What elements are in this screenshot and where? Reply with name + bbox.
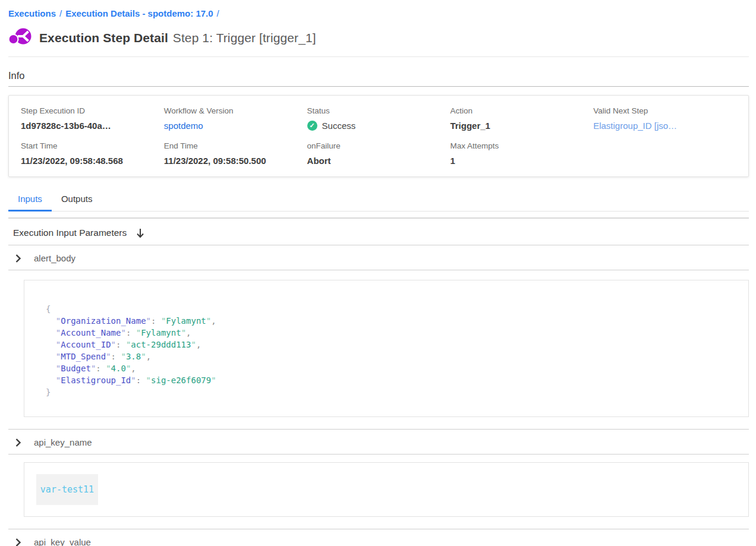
json-token-key: Account_Name [61, 328, 121, 337]
json-token-key: MTD_Spend [61, 352, 106, 361]
chevron-right-icon[interactable] [15, 538, 21, 546]
field-value: Trigger_1 [450, 121, 593, 131]
info-divider [8, 86, 749, 87]
json-token-vq: " [146, 375, 151, 385]
json-token-vq: " [136, 328, 141, 337]
tab-outputs[interactable]: Outputs [52, 189, 102, 211]
json-token-key: Elastigroup_Id [61, 375, 131, 385]
json-token-brace: { [46, 304, 51, 314]
json-token-key: Budget [61, 364, 91, 373]
breadcrumb-separator: / [59, 8, 62, 18]
json-token-key: Organization_Name [61, 316, 146, 326]
section-api-key-name[interactable]: api_key_name [8, 429, 749, 455]
json-code-line: "Organization_Name": "Fylamynt", [46, 315, 736, 327]
field-value: 11/23/2022, 09:58:48.568 [21, 156, 164, 166]
json-token-key: Account_ID [61, 340, 111, 349]
json-token-punct: , [146, 352, 151, 361]
json-token-kq: " [146, 316, 151, 326]
breadcrumb-execution-details-link[interactable]: Execution Details - spotdemo: 17.0 [65, 8, 213, 18]
api-key-name-value: var-test11 [36, 474, 98, 505]
breadcrumb: Executions/Execution Details - spotdemo:… [8, 0, 749, 18]
json-token-punct: , [211, 316, 216, 326]
json-token-punct: : [116, 340, 126, 349]
field-label: Valid Next Step [593, 106, 736, 115]
json-token-punct: : [136, 375, 146, 385]
json-token-brace: } [46, 387, 51, 397]
page-title: Execution Step DetailStep 1: Trigger [tr… [39, 31, 316, 45]
fylamynt-logo-icon [8, 27, 32, 49]
next-step-link[interactable]: Elastigroup_ID [jso… [593, 121, 736, 131]
json-code-line: } [46, 386, 736, 398]
json-token-val: act-29ddd113 [131, 340, 191, 349]
json-code-line: "Account_Name": "Fylamynt", [46, 327, 736, 339]
json-token-punct: : [126, 328, 136, 337]
json-token-punct: , [131, 364, 136, 373]
check-circle-icon: ✓ [307, 121, 317, 131]
json-token-val: Fylamynt [141, 328, 181, 337]
field-label: Start Time [21, 141, 164, 150]
json-token-punct: , [196, 340, 201, 349]
json-token-val: 3.8 [126, 352, 141, 361]
json-token-punct: , [186, 328, 191, 337]
chevron-right-icon[interactable] [15, 254, 21, 263]
json-token-vq: " [206, 316, 211, 326]
field-label: Action [450, 106, 593, 115]
section-label: api_key_value [34, 537, 91, 546]
field-empty [593, 141, 736, 166]
info-section-heading: Info [8, 70, 749, 81]
status-badge: ✓ Success [307, 121, 451, 131]
execution-step-detail-page: Executions/Execution Details - spotdemo:… [0, 0, 756, 546]
status-text: Success [322, 121, 356, 131]
json-token-kq: " [111, 340, 116, 349]
field-workflow-version: Workflow & Version spotdemo [164, 106, 307, 131]
json-token-val: Fylamynt [166, 316, 206, 326]
field-action: Action Trigger_1 [450, 106, 593, 131]
json-token-punct: : [96, 364, 106, 373]
json-code-line: "MTD_Spend": "3.8", [46, 351, 736, 362]
json-token-val: 4.0 [111, 364, 126, 373]
section-label: api_key_name [34, 437, 92, 447]
section-label: alert_body [34, 253, 75, 263]
field-status: Status ✓ Success [307, 106, 451, 131]
field-label: End Time [164, 141, 307, 150]
field-value: Abort [307, 156, 451, 166]
field-label: Status [307, 106, 451, 115]
workflow-link[interactable]: spotdemo [164, 121, 307, 131]
json-code-line: "Budget": "4.0", [46, 362, 736, 374]
section-alert-body[interactable]: alert_body [8, 245, 749, 270]
breadcrumb-executions-link[interactable]: Executions [8, 8, 56, 18]
json-code-line: { [46, 303, 736, 315]
field-label: onFailure [307, 141, 451, 150]
json-token-vq: " [141, 352, 146, 361]
section-api-key-value[interactable]: api_key_value [8, 529, 749, 546]
title-divider [8, 56, 749, 57]
breadcrumb-separator: / [217, 8, 219, 18]
json-token-kq: " [131, 375, 136, 385]
field-value: 1d97828c-13b6-40a… [21, 121, 164, 131]
json-token-vq: " [106, 364, 111, 373]
json-token-kq: " [106, 352, 111, 361]
json-token-vq: " [211, 375, 216, 385]
chevron-right-icon[interactable] [15, 438, 21, 447]
arrow-down-icon[interactable] [136, 228, 144, 238]
json-token-val: sig-e26f6079 [151, 375, 211, 385]
field-label: Step Execution ID [21, 106, 164, 115]
tabbar: Inputs Outputs [8, 189, 749, 212]
api-key-name-panel: var-test11 [24, 462, 749, 517]
field-onfailure: onFailure Abort [307, 141, 451, 166]
json-token-punct: : [151, 316, 161, 326]
tab-inputs[interactable]: Inputs [8, 189, 52, 212]
json-code-line: "Account_ID": "act-29ddd113", [46, 339, 736, 351]
field-label: Workflow & Version [164, 106, 307, 115]
field-value: 1 [450, 156, 593, 166]
field-valid-next-step: Valid Next Step Elastigroup_ID [jso… [593, 106, 736, 131]
field-step-execution-id: Step Execution ID 1d97828c-13b6-40a… [21, 106, 164, 131]
json-token-vq: " [121, 352, 125, 361]
field-value: 11/23/2022, 09:58:50.500 [164, 156, 307, 166]
json-token-vq: " [181, 328, 186, 337]
field-end-time: End Time 11/23/2022, 09:58:50.500 [164, 141, 307, 166]
json-token-vq: " [191, 340, 196, 349]
json-code-line: "Elastigroup_Id": "sig-e26f6079" [46, 374, 736, 386]
page-title-text: Execution Step Detail [39, 31, 168, 45]
alert-body-json-code: { "Organization_Name": "Fylamynt", "Acco… [24, 280, 749, 417]
